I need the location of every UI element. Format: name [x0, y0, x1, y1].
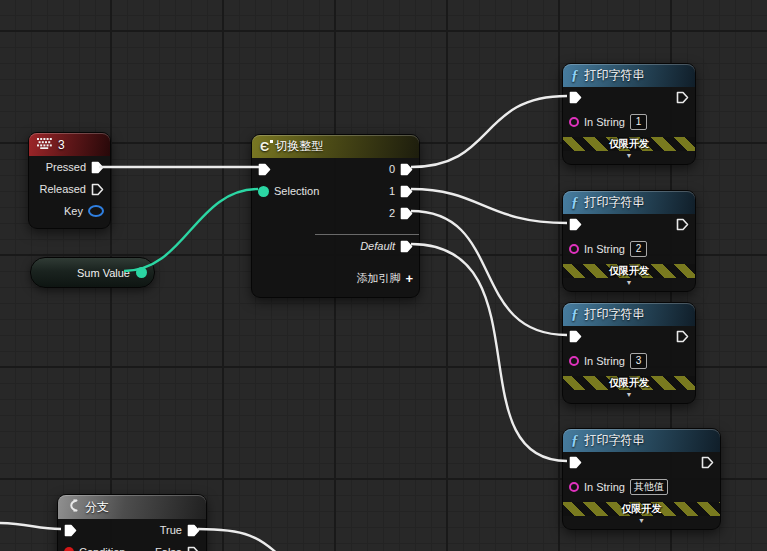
wire-case0-to-print1[interactable]: [411, 96, 567, 167]
blueprint-graph[interactable]: 3 Pressed Released Key Є 切换整型 0: [0, 0, 767, 551]
switch-icon: Є: [260, 140, 269, 153]
selection-int-pin[interactable]: [258, 186, 269, 197]
advanced-pins-toggle[interactable]: ▼: [563, 278, 695, 291]
node-print-string-2[interactable]: ƒ 打印字符串 In String 2 仅限开发 ▼: [562, 190, 696, 292]
function-icon: ƒ: [571, 433, 579, 448]
in-string-row: In String 3: [563, 350, 695, 372]
add-pin-button[interactable]: 添加引脚 +: [252, 267, 419, 289]
key-pin-label: Key: [64, 205, 83, 217]
switch-row-2: 2: [252, 202, 419, 224]
node-branch[interactable]: 分支 True Condition False: [57, 494, 207, 551]
dev-only-banner: 仅限开发: [563, 264, 695, 278]
case0-pin-label: 0: [389, 163, 395, 175]
in-string-value-field[interactable]: 2: [630, 241, 647, 257]
false-exec-pin[interactable]: [187, 546, 200, 551]
node-title: 打印字符串: [585, 432, 645, 449]
wire-case1-to-print2[interactable]: [411, 189, 567, 223]
case2-pin-label: 2: [389, 207, 395, 219]
exec-pin-row: [563, 326, 695, 346]
in-string-value-field[interactable]: 1: [630, 114, 647, 130]
switch-header[interactable]: Є 切换整型: [252, 135, 419, 158]
default-exec-pin[interactable]: [400, 240, 413, 253]
advanced-pins-toggle[interactable]: ▼: [563, 151, 695, 164]
wire-case2-to-print3[interactable]: [411, 211, 567, 335]
in-string-label: In String: [584, 355, 625, 367]
dev-only-label: 仅限开发: [609, 264, 649, 278]
exec-in-pin[interactable]: [64, 524, 77, 537]
add-pin-label: 添加引脚: [356, 271, 400, 286]
advanced-pins-toggle[interactable]: ▼: [563, 516, 720, 529]
pressed-pin-label: Pressed: [46, 161, 86, 173]
in-string-label: In String: [584, 243, 625, 255]
wire-default-to-print4[interactable]: [411, 244, 567, 461]
node-switch-on-int[interactable]: Є 切换整型 0 Selection 1 2 Default: [251, 134, 420, 298]
exec-out-pin[interactable]: [676, 218, 689, 231]
chevron-down-icon: ▼: [638, 516, 645, 526]
branch-header[interactable]: 分支: [58, 495, 206, 519]
exec-in-pin[interactable]: [569, 456, 582, 469]
pressed-exec-pin[interactable]: [91, 161, 104, 174]
in-string-pin[interactable]: [569, 117, 579, 127]
chevron-down-icon: ▼: [626, 151, 633, 161]
released-exec-pin[interactable]: [91, 183, 104, 196]
case1-pin-label: 1: [389, 185, 395, 197]
function-icon: ƒ: [571, 195, 579, 210]
in-string-row: In String 2: [563, 238, 695, 260]
in-string-pin[interactable]: [569, 356, 579, 366]
exec-out-pin[interactable]: [676, 91, 689, 104]
pressed-pin-row: Pressed: [29, 156, 110, 178]
plus-icon: +: [405, 272, 413, 285]
sum-value-output-pin[interactable]: [136, 267, 147, 278]
in-string-value-field[interactable]: 3: [630, 353, 647, 369]
wire-true-outgoing[interactable]: [198, 529, 281, 551]
dev-only-label: 仅限开发: [609, 376, 649, 390]
exec-pin-row: [563, 452, 720, 472]
in-string-pin[interactable]: [569, 244, 579, 254]
node-key-event-3[interactable]: 3 Pressed Released Key: [28, 132, 111, 229]
in-string-value-field[interactable]: 其他值: [630, 479, 668, 495]
dev-only-banner: 仅限开发: [563, 502, 720, 516]
print-header[interactable]: ƒ 打印字符串: [563, 303, 695, 326]
exec-pin-row: [563, 87, 695, 107]
dev-only-banner: 仅限开发: [563, 376, 695, 390]
dev-only-banner: 仅限开发: [563, 137, 695, 151]
case0-exec-pin[interactable]: [400, 163, 413, 176]
condition-bool-pin[interactable]: [64, 547, 74, 551]
branch-exec-row: True: [58, 519, 206, 541]
key-struct-pin[interactable]: [88, 205, 104, 217]
advanced-pins-toggle[interactable]: ▼: [563, 390, 695, 403]
node-title: 打印字符串: [585, 67, 645, 84]
key-pin-row: Key: [29, 200, 110, 222]
exec-out-pin[interactable]: [701, 456, 714, 469]
print-header[interactable]: ƒ 打印字符串: [563, 64, 695, 87]
node-print-string-3[interactable]: ƒ 打印字符串 In String 3 仅限开发 ▼: [562, 302, 696, 404]
variable-label: Sum Value: [77, 267, 130, 279]
in-string-label: In String: [584, 116, 625, 128]
case2-exec-pin[interactable]: [400, 207, 413, 220]
case1-exec-pin[interactable]: [400, 185, 413, 198]
exec-in-pin[interactable]: [569, 330, 582, 343]
true-exec-pin[interactable]: [187, 524, 200, 537]
node-sum-value-getter[interactable]: Sum Value: [30, 257, 155, 288]
in-string-label: In String: [584, 481, 625, 493]
condition-pin-label: Condition: [79, 546, 125, 551]
node-title: 3: [58, 138, 65, 152]
in-string-row: In String 其他值: [563, 476, 720, 498]
exec-out-pin[interactable]: [676, 330, 689, 343]
print-header[interactable]: ƒ 打印字符串: [563, 429, 720, 452]
function-icon: ƒ: [571, 68, 579, 83]
exec-pin-row: [563, 214, 695, 234]
released-pin-label: Released: [40, 183, 86, 195]
print-header[interactable]: ƒ 打印字符串: [563, 191, 695, 214]
branch-condition-row: Condition False: [58, 541, 206, 551]
function-icon: ƒ: [571, 307, 579, 322]
exec-in-pin[interactable]: [569, 218, 582, 231]
wire-incoming-to-branch[interactable]: [0, 523, 61, 529]
node-print-string-4[interactable]: ƒ 打印字符串 In String 其他值 仅限开发 ▼: [562, 428, 721, 530]
exec-in-pin[interactable]: [569, 91, 582, 104]
keyboard-icon: [37, 138, 52, 152]
switch-exec-in-pin[interactable]: [258, 163, 271, 176]
key-event-header[interactable]: 3: [29, 133, 110, 156]
node-print-string-1[interactable]: ƒ 打印字符串 In String 1 仅限开发 ▼: [562, 63, 696, 165]
in-string-pin[interactable]: [569, 482, 579, 492]
